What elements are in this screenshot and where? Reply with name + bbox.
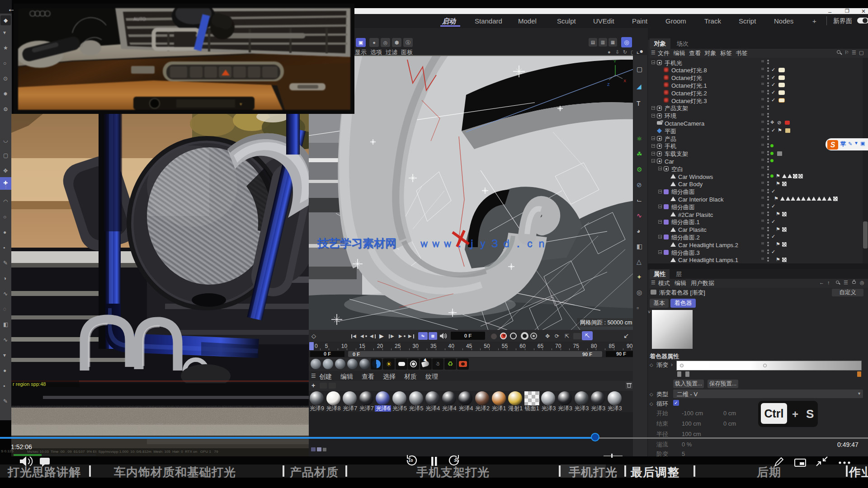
svg-text:X: X: [623, 79, 626, 83]
svg-text:10: 10: [408, 458, 413, 463]
svg-text:Y: Y: [613, 59, 616, 64]
svg-text:30: 30: [454, 458, 459, 463]
svg-text:网格间距 : 50000 cm: 网格间距 : 50000 cm: [580, 319, 632, 326]
svg-text:AUTO: AUTO: [133, 17, 146, 22]
svg-text:▾: ▾: [240, 101, 242, 107]
svg-text:Z: Z: [607, 82, 610, 87]
